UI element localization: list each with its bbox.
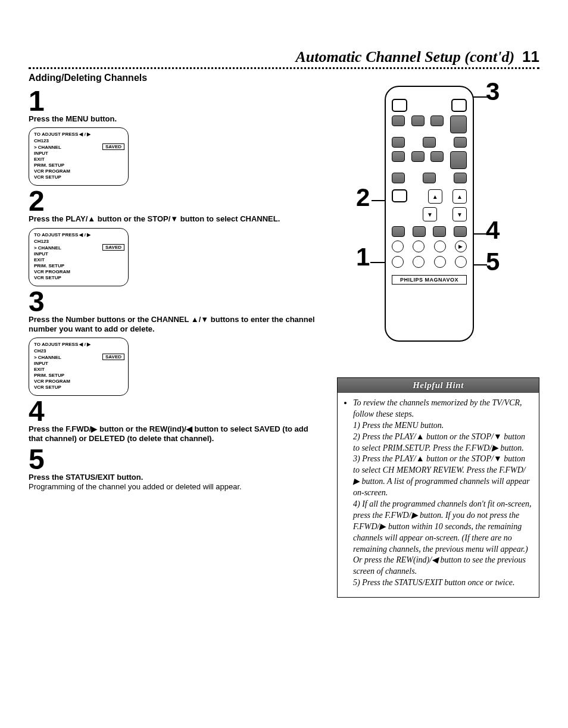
osd-channel-line: CH123: [34, 239, 123, 244]
hint-intro: To review the channels memorized by the …: [353, 398, 522, 418]
page-number: 11: [522, 48, 539, 65]
step-5-bold: Press the STATUS/EXIT button.: [29, 473, 143, 482]
hint-l3: 3) Press the PLAY/▲ button or the STOP/▼…: [353, 454, 530, 497]
t: Press the: [29, 214, 65, 223]
osd-item: INPUT: [34, 151, 123, 157]
step-number-4: 4: [29, 399, 318, 423]
osd-screen-2: TO ADJUST PRESS ◀ / ▶ CH123 SAVED CHANNE…: [29, 228, 129, 286]
step-2-text: Press the PLAY/▲ button or the STOP/▼ bu…: [29, 214, 318, 224]
step-5-text: Press the STATUS/EXIT button. Programmin…: [29, 473, 318, 492]
osd-channel-line: CH123: [34, 138, 123, 143]
hint-l4: 4) If all the programmed channels don't …: [353, 499, 531, 576]
step-number-5: 5: [29, 448, 318, 471]
page-title: Automatic Channel Setup (cont'd) 11: [29, 48, 539, 66]
step-1-text: Press the MENU button.: [29, 114, 318, 124]
osd-head: TO ADJUST PRESS ◀ / ▶: [34, 232, 123, 238]
osd-head: TO ADJUST PRESS ◀ / ▶: [34, 132, 123, 137]
step-4-text: Press the F.FWD/▶ button or the REW(ind)…: [29, 424, 318, 444]
t: button or the: [95, 214, 147, 223]
osd-item: VCR SETUP: [34, 275, 123, 281]
hint-l5: 5) Press the STATUS/EXIT button once or …: [353, 578, 514, 587]
step-number-3: 3: [29, 290, 318, 314]
osd-saved-tag: SAVED: [102, 354, 124, 360]
osd-item: VCR SETUP: [34, 385, 123, 390]
osd-item: PRIM. SETUP: [34, 373, 123, 379]
osd-screen-3: TO ADJUST PRESS ◀ / ▶ CH23 SAVED CHANNEL…: [29, 338, 129, 396]
step-1-bold: Press the MENU button.: [29, 114, 117, 123]
osd-saved-tag: SAVED: [102, 143, 124, 150]
hint-l2: 2) Press the PLAY/▲ button or the STOP/▼…: [353, 432, 525, 452]
step-3-text: Press the Number buttons or the CHANNEL …: [29, 315, 318, 335]
osd-item: VCR PROGRAM: [34, 379, 123, 385]
step-3-bold: Press the Number buttons or the CHANNEL …: [29, 315, 315, 333]
osd-item: VCR PROGRAM: [34, 269, 123, 275]
step-number-2: 2: [29, 189, 318, 213]
title-rule: [29, 67, 539, 69]
callout-3: 3: [486, 81, 500, 102]
osd-item: INPUT: [34, 251, 123, 257]
osd-item: EXIT: [34, 367, 123, 373]
osd-head: TO ADJUST PRESS ◀ / ▶: [34, 342, 123, 347]
osd-item: EXIT: [34, 257, 123, 263]
hint-body: To review the channels memorized by the …: [338, 393, 539, 597]
callout-5: 5: [486, 251, 500, 273]
osd-item: VCR SETUP: [34, 174, 123, 180]
section-heading: Adding/Deleting Channels: [29, 73, 539, 83]
t: button to select: [178, 214, 240, 223]
hint-title: Helpful Hint: [338, 378, 539, 393]
page-title-text: Automatic Channel Setup (cont'd): [295, 48, 514, 65]
hint-l1: 1) Press the MENU button.: [353, 421, 444, 430]
callout-2: 2: [356, 187, 370, 208]
remote-control-icon: ▲▲ ▼▼ ▶ PHILIPS MAGNAVOX: [385, 86, 474, 342]
osd-saved-tag: SAVED: [102, 244, 124, 251]
t: STOP/▼: [148, 214, 179, 223]
osd-channel-line: CH23: [34, 348, 123, 354]
osd-item: INPUT: [34, 361, 123, 367]
t: CHANNEL.: [240, 214, 280, 223]
remote-brand: PHILIPS MAGNAVOX: [392, 275, 467, 285]
callout-1: 1: [356, 246, 370, 268]
osd-item: EXIT: [34, 157, 123, 163]
callout-4: 4: [486, 220, 500, 241]
osd-screen-1: TO ADJUST PRESS ◀ / ▶ CH123 SAVED CHANNE…: [29, 127, 129, 186]
t: PLAY/▲: [65, 214, 95, 223]
helpful-hint-box: Helpful Hint To review the channels memo…: [337, 377, 539, 598]
step-5-sub: Programming of the channel you added or …: [29, 482, 242, 491]
osd-item: PRIM. SETUP: [34, 263, 123, 269]
step-number-1: 1: [29, 89, 318, 113]
osd-item: VCR PROGRAM: [34, 168, 123, 174]
steps-column: 1 Press the MENU button. TO ADJUST PRESS…: [29, 86, 318, 495]
step-4-bold: Press the F.FWD/▶ button or the REW(ind)…: [29, 424, 308, 443]
osd-item: PRIM. SETUP: [34, 163, 123, 168]
remote-diagram: 3 2 4 1 5 ▲▲ ▼▼: [337, 86, 539, 360]
